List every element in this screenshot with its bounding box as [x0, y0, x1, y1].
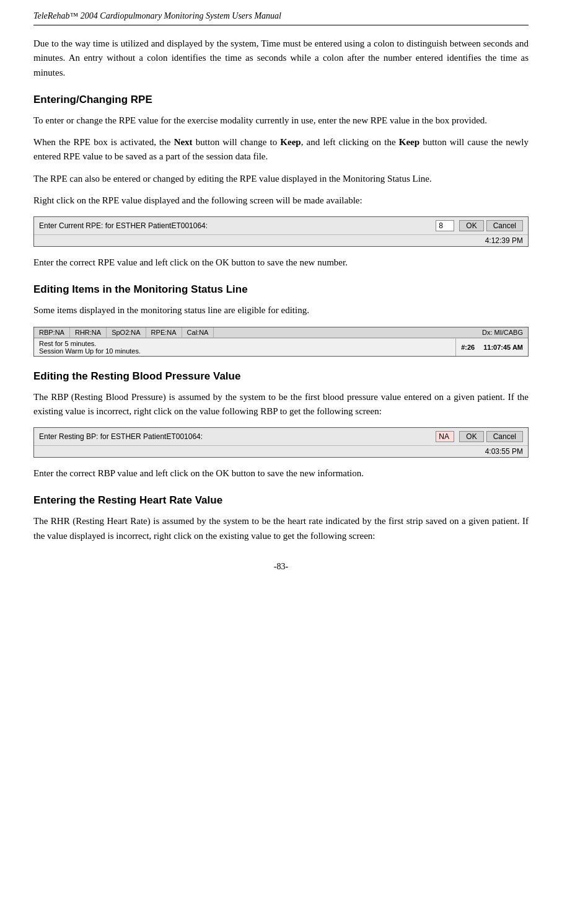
screenshot2-cancel-button[interactable]: Cancel — [486, 431, 523, 442]
screenshot1-time-row: 4:12:39 PM — [34, 235, 528, 246]
page-header: TeleRehab™ 2004 Cardiopulmonary Monitori… — [33, 11, 529, 21]
screenshot1-ok-button[interactable]: OK — [459, 220, 483, 231]
para2-before: When the RPE box is activated, the — [33, 137, 174, 147]
para2-next: Next — [174, 137, 193, 147]
status-cell-cal: Cal:NA — [182, 327, 214, 337]
section1-para3: The RPE can also be entered or changed b… — [33, 172, 529, 186]
status-bottom-row: Rest for 5 minutes. Session Warm Up for … — [34, 338, 528, 356]
status-warmup-text: Session Warm Up for 10 minutes. — [39, 347, 450, 355]
status-number: #:26 — [461, 344, 475, 351]
screenshot1: Enter Current RPE: for ESTHER PatientET0… — [33, 216, 529, 247]
section4-heading: Entering the Resting Heart Rate Value — [33, 494, 529, 507]
status-cell-spo2: SpO2:NA — [107, 327, 146, 337]
status-time: 11:07:45 AM — [483, 344, 523, 351]
para2-after: , and left clicking on the — [301, 137, 399, 147]
screenshot2-label: Enter Resting BP: for ESTHER PatientET00… — [39, 432, 433, 441]
screenshot2-input[interactable]: NA — [436, 431, 454, 442]
status-cell-rpe: RPE:NA — [146, 327, 182, 337]
screenshot2-ok-button[interactable]: OK — [459, 431, 483, 442]
status-screenshot: RBP:NA RHR:NA SpO2:NA RPE:NA Cal:NA Dx: … — [33, 327, 529, 357]
screenshot2-time-row: 4:03:55 PM — [34, 446, 528, 457]
section3-para2: Enter the correct RBP value and left cli… — [33, 466, 529, 481]
status-top-row: RBP:NA RHR:NA SpO2:NA RPE:NA Cal:NA Dx: … — [34, 327, 528, 338]
screenshot1-row: Enter Current RPE: for ESTHER PatientET0… — [34, 217, 528, 235]
screenshot1-cancel-button[interactable]: Cancel — [486, 220, 523, 231]
section1-para4: Right click on the RPE value displayed a… — [33, 193, 529, 208]
screenshot1-label: Enter Current RPE: for ESTHER PatientET0… — [39, 221, 433, 230]
section3-para1: The RBP (Resting Blood Pressure) is assu… — [33, 390, 529, 419]
screenshot2-row: Enter Resting BP: for ESTHER PatientET00… — [34, 428, 528, 446]
para2-keep: Keep — [280, 137, 301, 147]
status-cell-rbp: RBP:NA — [34, 327, 70, 337]
screenshot1-input[interactable]: 8 — [436, 220, 454, 231]
intro-paragraph: Due to the way time is utilized and disp… — [33, 37, 529, 80]
screenshot2: Enter Resting BP: for ESTHER PatientET00… — [33, 427, 529, 458]
status-bottom-right: #:26 11:07:45 AM — [455, 339, 528, 356]
section1-para2: When the RPE box is activated, the Next … — [33, 135, 529, 164]
section1-para1: To enter or change the RPE value for the… — [33, 113, 529, 128]
section4-para1: The RHR (Resting Heart Rate) is assumed … — [33, 514, 529, 543]
section3-heading: Editing the Resting Blood Pressure Value — [33, 370, 529, 383]
screenshot2-time: 4:03:55 PM — [485, 447, 523, 456]
section1-heading: Entering/Changing RPE — [33, 94, 529, 106]
status-rest-text: Rest for 5 minutes. — [39, 340, 450, 347]
section1-para5: Enter the correct RPE value and left cli… — [33, 255, 529, 270]
para2-keep2: Keep — [399, 137, 419, 147]
status-cell-dx: Dx: MI/CABG — [477, 327, 528, 337]
page-number: -83- — [33, 562, 529, 572]
screenshot1-time: 4:12:39 PM — [485, 236, 523, 245]
para2-middle: button will change to — [193, 137, 281, 147]
header-rule — [33, 25, 529, 25]
status-cell-rhr: RHR:NA — [70, 327, 107, 337]
section2-para1: Some items displayed in the monitoring s… — [33, 303, 529, 318]
status-bottom-left: Rest for 5 minutes. Session Warm Up for … — [34, 339, 455, 356]
section2-heading: Editing Items in the Monitoring Status L… — [33, 283, 529, 296]
